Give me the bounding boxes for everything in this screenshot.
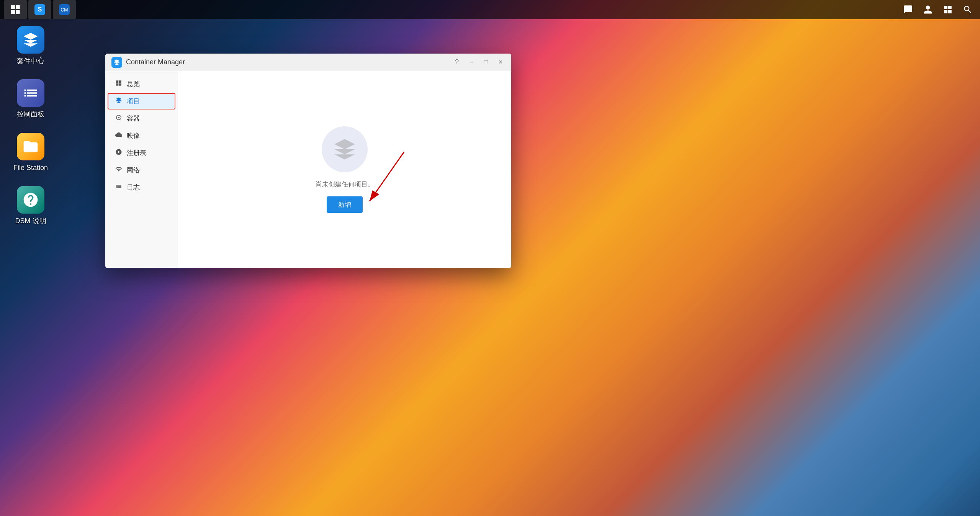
log-icon xyxy=(115,183,123,192)
help-button[interactable]: ? xyxy=(452,58,461,67)
svg-rect-0 xyxy=(11,5,15,9)
taskbar-package-center-button[interactable]: S xyxy=(28,0,51,19)
project-icon xyxy=(115,97,123,106)
svg-rect-1 xyxy=(16,5,20,9)
taskbar-right xyxy=(900,1,976,18)
main-content: 尚未创建任何项目。 新增 xyxy=(178,71,511,268)
svg-text:S: S xyxy=(38,6,42,13)
suite-icon xyxy=(17,26,44,54)
suite-label: 套件中心 xyxy=(17,57,44,65)
svg-text:CM: CM xyxy=(61,7,68,13)
control-icon xyxy=(17,79,44,107)
desktop-icon-suite[interactable]: 套件中心 xyxy=(8,23,54,69)
sidebar-project-label: 项目 xyxy=(127,97,140,106)
window-title: Container Manager xyxy=(126,58,185,66)
window-controls: ? − □ × xyxy=(452,58,505,67)
window-body: 总览 项目 容器 xyxy=(105,71,511,268)
sidebar-registry-label: 注册表 xyxy=(127,149,146,157)
desktop: S CM xyxy=(0,0,980,516)
control-label: 控制面板 xyxy=(17,110,44,119)
desktop-icon-filestation[interactable]: File Station xyxy=(8,130,54,175)
sidebar-log-label: 日志 xyxy=(127,183,140,192)
empty-state: 尚未创建任何项目。 新增 xyxy=(316,126,374,213)
empty-state-text: 尚未创建任何项目。 xyxy=(316,180,374,189)
container-icon xyxy=(115,114,123,123)
layout-icon-button[interactable] xyxy=(939,1,956,18)
filestation-label: File Station xyxy=(13,163,48,172)
app-logo xyxy=(111,57,122,68)
sidebar-network-label: 网络 xyxy=(127,166,140,175)
sidebar-item-network[interactable]: 网络 xyxy=(108,162,175,178)
window-title-area: Container Manager xyxy=(111,57,185,68)
overview-icon xyxy=(115,80,123,88)
sidebar-image-label: 映像 xyxy=(127,131,140,140)
dsm-label: DSM 说明 xyxy=(15,217,46,225)
sidebar-item-image[interactable]: 映像 xyxy=(108,127,175,144)
dsm-icon xyxy=(17,186,44,214)
svg-rect-3 xyxy=(16,10,20,14)
chat-icon-button[interactable] xyxy=(900,1,916,18)
desktop-icons-area: 套件中心 控制面板 File Station xyxy=(8,23,54,229)
sidebar-item-container[interactable]: 容器 xyxy=(108,110,175,127)
desktop-icon-dsm[interactable]: DSM 说明 xyxy=(8,183,54,229)
filestation-icon xyxy=(17,133,44,160)
svg-line-11 xyxy=(370,152,404,201)
add-project-button[interactable]: 新增 xyxy=(327,196,363,213)
minimize-button[interactable]: − xyxy=(467,58,476,67)
svg-rect-2 xyxy=(11,10,15,14)
sidebar-item-log[interactable]: 日志 xyxy=(108,179,175,196)
desktop-icon-control[interactable]: 控制面板 xyxy=(8,76,54,122)
network-icon xyxy=(115,166,123,175)
sidebar-overview-label: 总览 xyxy=(127,80,140,88)
sidebar: 总览 项目 容器 xyxy=(105,71,178,268)
user-icon-button[interactable] xyxy=(919,1,936,18)
close-button[interactable]: × xyxy=(496,58,505,67)
container-manager-window: Container Manager ? − □ × 总览 xyxy=(105,54,511,268)
maximize-button[interactable]: □ xyxy=(481,58,491,67)
empty-state-icon xyxy=(322,126,368,172)
taskbar-container-manager-button[interactable]: CM xyxy=(53,0,76,19)
sidebar-container-label: 容器 xyxy=(127,114,140,123)
taskbar: S CM xyxy=(0,0,980,19)
taskbar-main-menu-button[interactable] xyxy=(4,0,27,19)
registry-icon xyxy=(115,149,123,157)
sidebar-item-overview[interactable]: 总览 xyxy=(108,76,175,92)
window-titlebar: Container Manager ? − □ × xyxy=(105,54,511,71)
svg-point-9 xyxy=(118,117,120,119)
sidebar-item-registry[interactable]: 注册表 xyxy=(108,145,175,161)
taskbar-left: S CM xyxy=(4,0,76,19)
sidebar-item-project[interactable]: 项目 xyxy=(108,93,175,109)
search-icon-button[interactable] xyxy=(959,1,976,18)
image-icon xyxy=(115,131,123,140)
